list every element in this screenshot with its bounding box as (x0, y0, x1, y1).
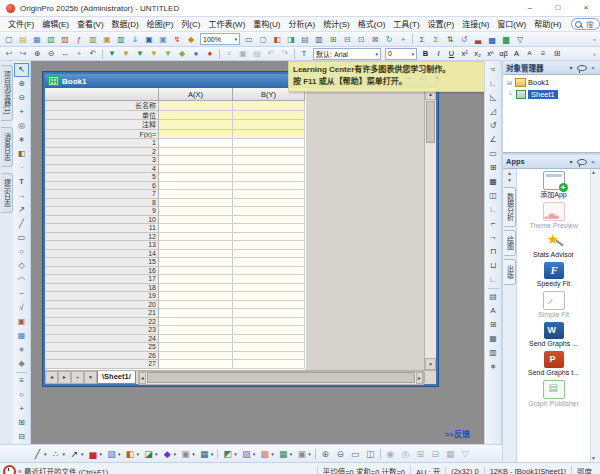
cell-b[interactable] (233, 309, 305, 318)
menu-item[interactable]: 文件(F) (4, 18, 38, 31)
mask-region-button[interactable]: ⊞ (413, 446, 428, 461)
cell-a[interactable] (159, 111, 233, 121)
row-number[interactable]: 19 (45, 292, 159, 301)
layer-grid4-icon[interactable]: ⊞ (486, 161, 501, 175)
statistics-sum-icon[interactable]: Σ (415, 33, 429, 46)
apps-toggle-icon[interactable]: ⊡ (354, 33, 368, 46)
apps-pin-icon[interactable] (577, 159, 587, 165)
refresh-icon[interactable]: ↻ (382, 33, 396, 46)
prev-sheet-button[interactable]: ► (58, 371, 71, 384)
row-number[interactable]: 11 (45, 224, 159, 233)
menu-item[interactable]: 窗口(W) (493, 18, 530, 31)
cell-b[interactable] (233, 120, 305, 130)
zoom-out-tool-icon[interactable]: ⊖ (14, 91, 29, 105)
column-header-a[interactable]: A(X) (159, 88, 233, 101)
cell-b[interactable] (233, 343, 305, 352)
new-folder-icon[interactable]: ▤ (16, 33, 30, 46)
cell-b[interactable] (233, 275, 305, 284)
add-star-object-icon[interactable]: ∗ (486, 360, 501, 374)
cell-b[interactable] (233, 284, 305, 293)
row-label[interactable]: 注释 (45, 120, 159, 130)
cell-b[interactable] (233, 199, 305, 208)
cell-a[interactable] (159, 258, 233, 267)
zoom-panel-in-button[interactable]: ⊕ (318, 446, 333, 461)
layer-merge-icon[interactable]: ⊟ (14, 430, 29, 444)
scroll-right-button[interactable]: ► (416, 372, 423, 384)
gear-tool-icon[interactable]: ∗ (14, 343, 29, 357)
axis-bottom-icon[interactable]: ∟ (486, 203, 501, 217)
plot-3d-button[interactable]: ◧▾ (123, 446, 142, 461)
cell-a[interactable] (159, 360, 233, 369)
resize-grip[interactable] (424, 372, 436, 383)
new-workbook-icon[interactable]: ▦ (30, 33, 44, 46)
cell-b[interactable] (233, 101, 305, 111)
axis-corner-icon[interactable]: ∟ (486, 273, 501, 287)
cell-b[interactable] (233, 233, 305, 242)
layer-single-icon[interactable]: ▭ (486, 147, 501, 161)
tile-windows-icon[interactable]: ▤ (298, 33, 312, 46)
cell-a[interactable] (159, 165, 233, 174)
object-manager-dropdown-icon[interactable]: ▾ (567, 64, 575, 71)
cell-a[interactable] (159, 250, 233, 259)
menu-item[interactable]: 重构(U) (249, 18, 284, 31)
script-window-icon[interactable]: ⊠ (368, 33, 382, 46)
add-panel-icon[interactable]: + (396, 33, 410, 46)
first-sheet-button[interactable]: ◄ (45, 371, 58, 384)
insert-worksheet-icon[interactable]: ▦ (14, 329, 29, 343)
zoom-dropdown[interactable]: 100%▾ (200, 33, 240, 45)
menu-item[interactable]: 统计(S) (319, 18, 354, 31)
import-single-ascii-icon[interactable]: ▼ (133, 47, 147, 60)
new-function-icon[interactable]: ƒ (72, 33, 86, 46)
add-color-scale-icon[interactable]: ▥ (486, 346, 501, 360)
object-manager-close-icon[interactable]: × (589, 65, 597, 71)
scroll-left-button[interactable]: ◄ (139, 372, 146, 384)
exchange-xy-icon[interactable]: ↺ (486, 119, 501, 133)
layer-grid-icon[interactable]: ⊞ (14, 416, 29, 430)
plot-gallery-2-icon[interactable]: ▅ (485, 33, 499, 46)
app-item-send-graphs-word[interactable]: Send Graphs ... (517, 322, 590, 348)
docked-tab[interactable]: 提示日志 (1, 173, 13, 213)
merge-graphs-icon[interactable]: ≈ (486, 63, 501, 77)
recalculate-icon[interactable]: ↯ (170, 33, 184, 46)
cell-b[interactable] (233, 148, 305, 157)
history-chevron[interactable]: « (18, 468, 22, 474)
cell-a[interactable] (159, 284, 233, 293)
cell-a[interactable] (159, 335, 233, 344)
apps-category-tab[interactable]: 数据分析 (504, 187, 516, 227)
redo-icon[interactable]: ↷ (278, 47, 292, 60)
plot-image-button[interactable]: ▣▾ (294, 446, 313, 461)
row-number[interactable]: 4 (45, 165, 159, 174)
database-sql-icon[interactable]: ● (203, 47, 217, 60)
underline-button[interactable]: U (445, 47, 458, 60)
app-item-theme-preview[interactable]: Theme Preview (517, 202, 590, 230)
maximize-button[interactable]: □ (544, 0, 572, 16)
apps-tab-scroll-icon[interactable]: ▼ (507, 177, 512, 184)
curved-arrow-tool-icon[interactable]: ↗ (14, 203, 29, 217)
row-number[interactable]: 12 (45, 233, 159, 242)
menu-item[interactable]: 分析(A) (284, 18, 319, 31)
cell-b[interactable] (233, 292, 305, 301)
plot-line-symbol-button[interactable]: ↗▾ (67, 446, 86, 461)
cell-a[interactable] (159, 207, 233, 216)
cell-a[interactable] (159, 101, 233, 111)
draw-data-tool-icon[interactable]: ∙ (14, 161, 29, 175)
undo-icon[interactable]: ↶ (264, 47, 278, 60)
search-input[interactable] (584, 20, 596, 29)
docked-tab[interactable]: 消息日志 (1, 127, 13, 167)
layer-grid9-icon[interactable]: ▦ (486, 175, 501, 189)
cell-b[interactable] (233, 258, 305, 267)
menu-item[interactable]: 连接(N) (458, 18, 493, 31)
remove-mask-button[interactable]: ⊟ (428, 446, 443, 461)
row-number[interactable]: 27 (45, 360, 159, 369)
cell-b[interactable] (233, 352, 305, 361)
mask-points-button[interactable]: ◉ (383, 446, 398, 461)
cell-b[interactable] (233, 224, 305, 233)
cell-a[interactable] (159, 148, 233, 157)
apps-dropdown-icon[interactable]: ▾ (567, 158, 575, 165)
cell-b[interactable] (233, 301, 305, 310)
sort-icon[interactable]: ⇅ (443, 33, 457, 46)
cell-a[interactable] (159, 156, 233, 165)
subscript-button[interactable]: x₂ (471, 47, 484, 60)
cell-a[interactable] (159, 292, 233, 301)
toolbar-overflow-icon[interactable]: » (593, 51, 598, 57)
